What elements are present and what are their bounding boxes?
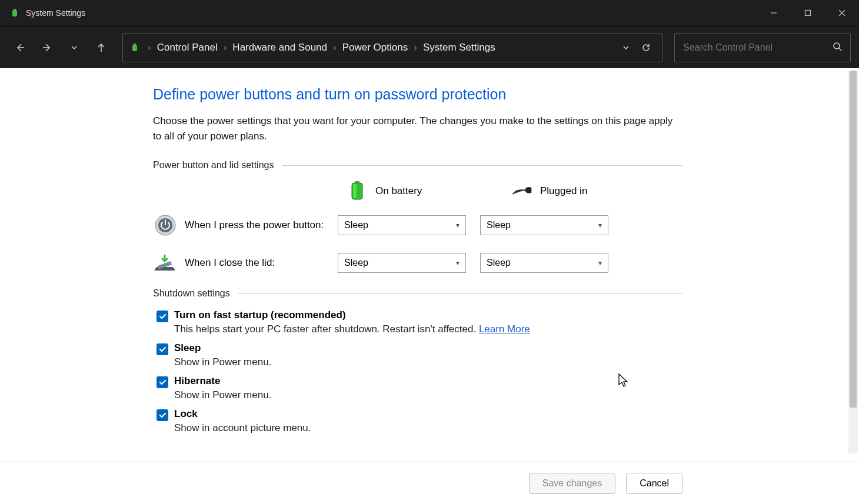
checkbox-desc: Show in Power menu. [174, 389, 271, 401]
maximize-button[interactable] [791, 0, 825, 26]
section-header-shutdown: Shutdown settings [153, 288, 682, 299]
dropdown-value: Sleep [344, 258, 368, 268]
svg-rect-10 [134, 44, 136, 45]
forward-button[interactable] [35, 36, 59, 59]
dropdown-value: Sleep [344, 220, 368, 231]
col-head-battery: On battery [347, 181, 465, 201]
checkbox-title: Lock [174, 408, 311, 420]
checkbox-hibernate[interactable] [157, 376, 168, 388]
checkbox-row-fast-startup: Turn on fast startup (recommended) This … [157, 309, 682, 335]
search-icon [833, 42, 842, 54]
checkbox-title: Turn on fast startup (recommended) [174, 309, 530, 321]
checkbox-title: Sleep [174, 342, 271, 354]
section-title: Shutdown settings [153, 288, 230, 299]
checkbox-row-sleep: Sleep Show in Power menu. [157, 342, 682, 368]
breadcrumb-item[interactable]: Control Panel [155, 42, 220, 54]
checkbox-desc: This helps start your PC faster after sh… [174, 323, 530, 335]
checkbox-title: Hibernate [174, 375, 271, 387]
dropdown-value: Sleep [487, 258, 511, 268]
col-head-plugged: Plugged in [512, 181, 630, 201]
battery-app-icon [9, 8, 20, 18]
up-button[interactable] [89, 36, 113, 59]
dropdown-power-plugged[interactable]: Sleep ▾ [480, 215, 608, 235]
close-button[interactable] [825, 0, 859, 26]
section-header-power-button: Power button and lid settings [153, 160, 682, 171]
laptop-lid-icon [153, 251, 178, 275]
checkbox-desc: Show in Power menu. [174, 356, 271, 368]
chevron-right-icon: › [410, 42, 421, 54]
svg-rect-15 [353, 184, 357, 198]
vertical-scrollbar[interactable] [848, 71, 858, 453]
footer-bar: Save changes Cancel [0, 462, 859, 504]
setting-row-close-lid: When I close the lid: Sleep ▾ Sleep ▾ [153, 251, 682, 275]
search-box[interactable] [674, 33, 851, 62]
checkbox-desc: Show in account picture menu. [174, 422, 311, 434]
chevron-right-icon: › [144, 42, 155, 54]
save-changes-button[interactable]: Save changes [529, 473, 615, 494]
breadcrumb-item[interactable]: System Settings [421, 42, 498, 54]
chevron-down-icon: ▾ [598, 221, 602, 229]
svg-line-12 [839, 48, 841, 51]
minimize-button[interactable] [757, 0, 791, 26]
checkbox-lock[interactable] [157, 409, 168, 421]
page-title: Define power buttons and turn on passwor… [153, 86, 682, 103]
battery-location-icon [129, 42, 141, 54]
recent-dropdown-button[interactable] [62, 36, 86, 59]
address-bar[interactable]: › Control Panel › Hardware and Sound › P… [122, 33, 662, 62]
checkbox-fast-startup[interactable] [157, 311, 168, 322]
breadcrumb-item[interactable]: Power Options [340, 42, 411, 54]
breadcrumb-item[interactable]: Hardware and Sound [230, 42, 329, 54]
battery-icon [347, 181, 367, 201]
svg-rect-0 [12, 10, 17, 16]
dropdown-lid-plugged[interactable]: Sleep ▾ [480, 253, 608, 273]
col-label: Plugged in [540, 185, 587, 197]
svg-rect-9 [132, 45, 137, 51]
svg-rect-1 [14, 9, 16, 11]
chevron-down-icon: ▾ [598, 259, 602, 267]
dropdown-lid-battery[interactable]: Sleep ▾ [338, 253, 466, 273]
refresh-button[interactable] [636, 38, 656, 58]
plug-icon [512, 181, 532, 201]
address-history-button[interactable] [616, 38, 636, 58]
setting-row-power-button: When I press the power button: Sleep ▾ S… [153, 213, 682, 238]
checkbox-row-lock: Lock Show in account picture menu. [157, 408, 682, 434]
svg-rect-16 [527, 187, 531, 193]
section-title: Power button and lid settings [153, 160, 274, 171]
chevron-down-icon: ▾ [456, 221, 460, 229]
chevron-down-icon: ▾ [456, 259, 460, 267]
dropdown-power-battery[interactable]: Sleep ▾ [338, 215, 466, 235]
svg-point-11 [834, 43, 840, 49]
row-label: When I press the power button: [185, 219, 338, 231]
column-headers: On battery Plugged in [347, 181, 682, 201]
power-icon [153, 213, 178, 238]
checkbox-sleep[interactable] [157, 343, 168, 355]
learn-more-link[interactable]: Learn More [479, 323, 530, 335]
col-label: On battery [375, 185, 422, 197]
svg-rect-3 [805, 11, 811, 16]
cancel-button[interactable]: Cancel [626, 473, 682, 494]
back-button[interactable] [8, 36, 32, 59]
scrollbar-thumb[interactable] [850, 71, 857, 408]
chevron-right-icon: › [329, 42, 340, 54]
row-label: When I close the lid: [185, 257, 338, 269]
nav-bar: › Control Panel › Hardware and Sound › P… [0, 26, 859, 68]
content-area: Define power buttons and turn on passwor… [0, 68, 859, 504]
checkbox-row-hibernate: Hibernate Show in Power menu. [157, 375, 682, 401]
page-intro: Choose the power settings that you want … [153, 114, 682, 143]
window-title: System Settings [26, 8, 85, 18]
title-bar: System Settings [0, 0, 859, 26]
dropdown-value: Sleep [487, 220, 511, 231]
search-input[interactable] [683, 42, 833, 53]
chevron-right-icon: › [220, 42, 231, 54]
